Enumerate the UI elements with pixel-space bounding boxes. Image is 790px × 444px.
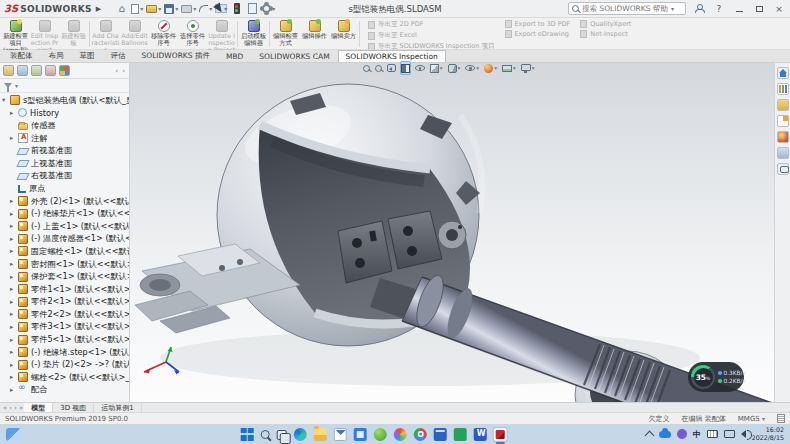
select-button[interactable]: ▾ xyxy=(215,4,227,13)
export-2d-pdf-item[interactable]: 导出至 2D PDF xyxy=(368,20,495,29)
notes-app-icon[interactable] xyxy=(434,428,447,441)
custom-properties-icon[interactable] xyxy=(777,147,789,159)
browser-360-icon[interactable] xyxy=(374,428,387,441)
units-selector[interactable]: MMGS ▾ xyxy=(738,415,765,423)
panel-nav-arrows-icon[interactable]: ‹ › xyxy=(115,67,126,75)
zoom-fit-icon[interactable] xyxy=(362,61,371,75)
ime-language-indicator[interactable]: 中 xyxy=(693,429,701,440)
speaker-icon[interactable] xyxy=(741,430,746,438)
home-icon[interactable]: ⌂ xyxy=(115,2,128,15)
tree-item-component[interactable]: ▸密封圈<1> (默认<<默认>_显示状 xyxy=(0,258,129,271)
tab-evaluate[interactable]: 评估 xyxy=(103,49,134,62)
file-explorer-icon[interactable] xyxy=(777,99,789,111)
tree-item-component[interactable]: ▸(-) 垫片 (2)<2> ->? (默认<<默认> xyxy=(0,358,129,371)
new-document-button[interactable]: ▾ xyxy=(131,4,143,14)
restore-button[interactable] xyxy=(752,2,766,16)
chrome-icon[interactable] xyxy=(414,428,427,441)
tree-item-sensor-folder[interactable]: 传感器 xyxy=(0,119,129,132)
tabs-scroll-next-icon[interactable]: › xyxy=(14,404,17,412)
search-box[interactable]: ▾ xyxy=(568,2,686,15)
tree-root-assembly[interactable]: ▾s型铠装热电偶 (默认<默认_显示状态-1 xyxy=(0,94,129,107)
login-button[interactable] xyxy=(692,2,706,16)
tree-item-component[interactable]: ▸外壳 (2)<1> (默认<<默认>_显示状 xyxy=(0,195,129,208)
launch-template-editor-button[interactable]: 启动模板编辑器 xyxy=(239,19,268,49)
add-characteristic-button[interactable]: Add Characteristic xyxy=(91,19,120,49)
widgets-icon[interactable] xyxy=(6,428,21,441)
view-orientation-icon[interactable]: ▾ xyxy=(429,61,444,75)
tab-layout[interactable]: 布局 xyxy=(41,49,72,62)
file-explorer-taskbar-icon[interactable] xyxy=(314,428,327,441)
display-style-icon[interactable]: ▾ xyxy=(447,61,462,75)
section-view-icon[interactable] xyxy=(400,61,411,75)
print-button[interactable]: ▾ xyxy=(181,5,196,13)
tab-assembly[interactable]: 装配体 xyxy=(2,49,41,62)
start-menu-icon[interactable] xyxy=(241,428,254,441)
edit-inspection-methods-button[interactable]: 编辑检查方式 xyxy=(271,19,300,49)
tree-item-history[interactable]: ▸History xyxy=(0,107,129,120)
qualityxpert-item[interactable]: QualityXpert xyxy=(580,20,631,28)
tree-item-right-plane[interactable]: 右视基准面 xyxy=(0,170,129,183)
featuremanager-tree-tab-icon[interactable] xyxy=(3,65,14,76)
tab-addins[interactable]: SOLIDWORKS 插件 xyxy=(134,49,218,62)
appearances-icon[interactable] xyxy=(777,131,789,143)
export-excel-item[interactable]: 导出至 Excel xyxy=(368,31,495,40)
onedrive-icon[interactable] xyxy=(659,431,671,438)
forum-icon[interactable] xyxy=(777,163,789,175)
view-palette-icon[interactable] xyxy=(777,115,789,127)
add-edit-balloons-button[interactable]: Add/Edit Balloons xyxy=(120,19,149,49)
microsoft-store-icon[interactable] xyxy=(354,428,367,441)
taskbar-search-icon[interactable] xyxy=(261,430,270,439)
performance-monitor-widget[interactable]: 35% 0.3KB/s 0.2KB/s xyxy=(688,362,744,392)
solidworks-resources-icon[interactable] xyxy=(777,67,789,79)
tree-item-front-plane[interactable]: 前视基准面 xyxy=(0,144,129,157)
word-app-icon[interactable] xyxy=(474,428,487,441)
export-3d-pdf-item[interactable]: Export to 3D PDF xyxy=(505,20,571,28)
tray-expand-chevron-icon[interactable] xyxy=(644,431,654,441)
tabs-scroll-prev-icon[interactable]: ‹ xyxy=(9,404,12,412)
tree-item-component[interactable]: ▸零件3<1> (默认<<默认>_显示状态 xyxy=(0,321,129,334)
tree-item-component[interactable]: ▸(-) 绝缘堵.step<1> (默认<<默认> xyxy=(0,346,129,359)
edit-appearance-icon[interactable]: ▾ xyxy=(483,61,498,75)
tree-item-mates[interactable]: ▸配合 xyxy=(0,384,129,397)
filter-caret-icon[interactable]: ▾ xyxy=(15,82,18,89)
undo-button[interactable]: ▾ xyxy=(199,5,212,12)
edit-vendors-button[interactable]: 编辑卖方 xyxy=(329,19,358,49)
select-balloons-button[interactable]: 选择零件序号 xyxy=(178,19,207,49)
apply-scene-icon[interactable]: ▾ xyxy=(501,61,517,75)
dynamic-annotation-icon[interactable] xyxy=(414,61,426,75)
hide-show-items-icon[interactable]: ▾ xyxy=(464,61,480,75)
property-manager-tab-icon[interactable] xyxy=(17,65,28,76)
graphics-viewport[interactable]: ▾ ▾ ▾ ▾ ▾ ▾ 35% xyxy=(130,63,774,402)
options-button[interactable]: ▾ xyxy=(262,4,275,13)
tree-item-annotations[interactable]: ▸注解 xyxy=(0,132,129,145)
close-button[interactable]: × xyxy=(772,2,786,16)
tree-item-component[interactable]: ▸(-) 温度传感器<1> (默认<<默认>_ xyxy=(0,233,129,246)
update-inspection-project-button[interactable]: Update Inspection Project xyxy=(207,19,236,49)
zoom-area-icon[interactable] xyxy=(374,61,383,75)
edit-operations-button[interactable]: 编辑操作 xyxy=(300,19,329,49)
tree-item-component[interactable]: ▸固定螺栓<1> (默认<<默认>_显示 xyxy=(0,245,129,258)
network-display-icon[interactable] xyxy=(724,430,735,438)
tree-item-top-plane[interactable]: 上视基准面 xyxy=(0,157,129,170)
tree-item-component[interactable]: ▸保护套<1> (默认<<默认>_显示状 xyxy=(0,270,129,283)
tree-item-origin[interactable]: 原点 xyxy=(0,182,129,195)
edit-inspection-project-button[interactable]: Edit Inspection Project xyxy=(30,19,59,49)
tree-item-component[interactable]: ▸零件1<1> (默认<<默认>_显示状态 xyxy=(0,283,129,296)
search-caret-icon[interactable]: ▾ xyxy=(671,5,674,12)
tab-mbd[interactable]: MBD xyxy=(218,50,251,62)
remove-balloons-button[interactable]: 移除零件序号 xyxy=(149,19,178,49)
tabs-scroll-first-icon[interactable]: « xyxy=(3,404,7,412)
search-input[interactable] xyxy=(582,4,668,13)
edge-browser-icon[interactable] xyxy=(294,428,307,441)
tree-item-component[interactable]: ▸零件5<1> (默认<<默认>_显示状态 xyxy=(0,333,129,346)
tab-solidworks-cam[interactable]: SOLIDWORKS CAM xyxy=(251,50,337,62)
file-properties-button[interactable] xyxy=(246,2,259,15)
export-edrawing-item[interactable]: Export eDrawing xyxy=(505,30,571,38)
help-button[interactable]: ? xyxy=(712,2,726,16)
tree-item-component[interactable]: ▸螺栓<2> (默认<<默认>_显示状态 xyxy=(0,371,129,384)
taskbar-clock[interactable]: 16:02 2022/8/15 xyxy=(752,426,784,441)
tree-item-component[interactable]: ▸(-) 上盖<1> (默认<<默认>_显示状 xyxy=(0,220,129,233)
wps-icon[interactable] xyxy=(454,428,467,441)
new-inspection-template-button[interactable]: 新建检验板 xyxy=(59,19,88,49)
tab-sketch[interactable]: 草图 xyxy=(72,49,103,62)
